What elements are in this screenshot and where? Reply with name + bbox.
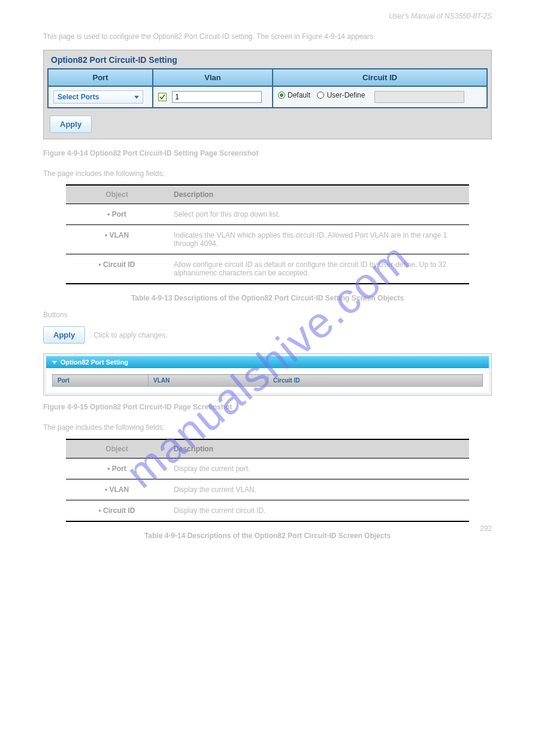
table-row: • Circuit ID Display the current circuit… bbox=[66, 500, 469, 521]
cell-description: Display the current circuit ID. bbox=[168, 500, 469, 521]
cell-object: • Circuit ID bbox=[66, 500, 168, 521]
check-icon bbox=[159, 94, 165, 100]
table-row: • Port Select port for this drop down li… bbox=[66, 204, 469, 225]
cell-description: Indicates the VLAN which applies this ci… bbox=[168, 225, 469, 254]
apply-description: : Click to apply changes. bbox=[87, 331, 170, 339]
chevron-down-icon bbox=[134, 96, 139, 99]
th-vlan: VLAN bbox=[149, 375, 268, 387]
radio-userdefine[interactable] bbox=[317, 92, 324, 99]
th-object: Object bbox=[66, 439, 168, 459]
table2-caption: Table 4-9-14 Descriptions of the Option8… bbox=[0, 528, 535, 545]
select-ports-dropdown[interactable]: Select Ports bbox=[53, 90, 143, 104]
page-number: 292 bbox=[480, 524, 492, 533]
table-row: • VLAN Indicates the VLAN which applies … bbox=[66, 225, 469, 254]
apply-button-standalone[interactable]: Apply bbox=[43, 326, 85, 344]
th-description: Description bbox=[168, 185, 469, 204]
radio-default-label: Default bbox=[288, 91, 310, 99]
radio-userdefine-wrap[interactable]: User-Define bbox=[317, 91, 365, 99]
th-circuitid: Circuit ID bbox=[273, 69, 487, 86]
vlan-checkbox[interactable] bbox=[158, 93, 167, 101]
radio-userdefine-label: User-Define bbox=[327, 91, 365, 99]
desc-intro: The page includes the following fields: bbox=[0, 162, 535, 182]
table-row: Select Ports Default bbox=[48, 86, 487, 108]
option82-port-status-table: Port VLAN Circuit ID bbox=[52, 374, 483, 387]
description-table-1: Object Description • Port Select port fo… bbox=[66, 184, 469, 284]
figure2-caption: Figure 4-9-15 Option82 Port Circuit-ID P… bbox=[0, 402, 535, 416]
table1-caption: Table 4-9-13 Descriptions of the Option8… bbox=[0, 290, 535, 307]
vlan-input[interactable] bbox=[172, 91, 262, 103]
table-row: • Port Display the current port. bbox=[66, 458, 469, 479]
figure1-caption: Figure 4-9-14 Option82 Port Circuit-ID S… bbox=[0, 148, 535, 162]
chevron-down-icon bbox=[52, 361, 57, 364]
option82-circuitid-setting-panel: Option82 Port Circuit-ID Setting Port Vl… bbox=[43, 50, 492, 139]
option82-port-setting-panel: Option82 Port Setting Port VLAN Circuit … bbox=[43, 353, 492, 396]
panel2-header[interactable]: Option82 Port Setting bbox=[46, 356, 489, 368]
th-description: Description bbox=[168, 439, 469, 459]
cell-object: • Port bbox=[66, 204, 168, 225]
th-port: Port bbox=[48, 69, 153, 86]
doc-header-right: User's Manual of NS3550-8T-2S bbox=[389, 12, 492, 20]
table-row: • Circuit ID Allow configure circuit ID … bbox=[66, 254, 469, 284]
cell-description: Display the current port. bbox=[168, 458, 469, 479]
th-circuitid: Circuit ID bbox=[268, 375, 483, 387]
th-vlan: Vlan bbox=[153, 69, 273, 86]
apply-button[interactable]: Apply bbox=[50, 116, 92, 133]
th-port: Port bbox=[53, 375, 149, 387]
th-object: Object bbox=[66, 185, 168, 204]
cell-object: • VLAN bbox=[66, 479, 168, 500]
radio-default[interactable] bbox=[278, 92, 285, 99]
cell-description: Allow configure circuit ID as default or… bbox=[168, 254, 469, 284]
cell-description: Select port for this drop down list. bbox=[168, 204, 469, 225]
panel2-title: Option82 Port Setting bbox=[61, 359, 128, 366]
description-table-2: Object Description • Port Display the cu… bbox=[66, 439, 469, 522]
userdefine-input[interactable] bbox=[374, 91, 464, 103]
buttons-heading: Buttons bbox=[0, 307, 535, 321]
radio-default-wrap[interactable]: Default bbox=[278, 91, 310, 99]
circuitid-setting-table: Port Vlan Circuit ID Select Ports bbox=[47, 68, 488, 108]
table-row: • VLAN Display the current VLAN. bbox=[66, 479, 469, 500]
cell-object: • Circuit ID bbox=[66, 254, 168, 284]
doc-header: User's Manual of NS3550-8T-2S bbox=[0, 0, 535, 25]
cell-object: • VLAN bbox=[66, 225, 168, 254]
panel-title: Option82 Port Circuit-ID Setting bbox=[47, 54, 488, 68]
cell-object: • Port bbox=[66, 458, 168, 479]
cell-description: Display the current VLAN. bbox=[168, 479, 469, 500]
select-ports-label: Select Ports bbox=[58, 93, 99, 101]
intro-text: This page is used to configure the Optio… bbox=[0, 25, 535, 45]
desc-intro-2: The page includes the following fields: bbox=[0, 416, 535, 436]
